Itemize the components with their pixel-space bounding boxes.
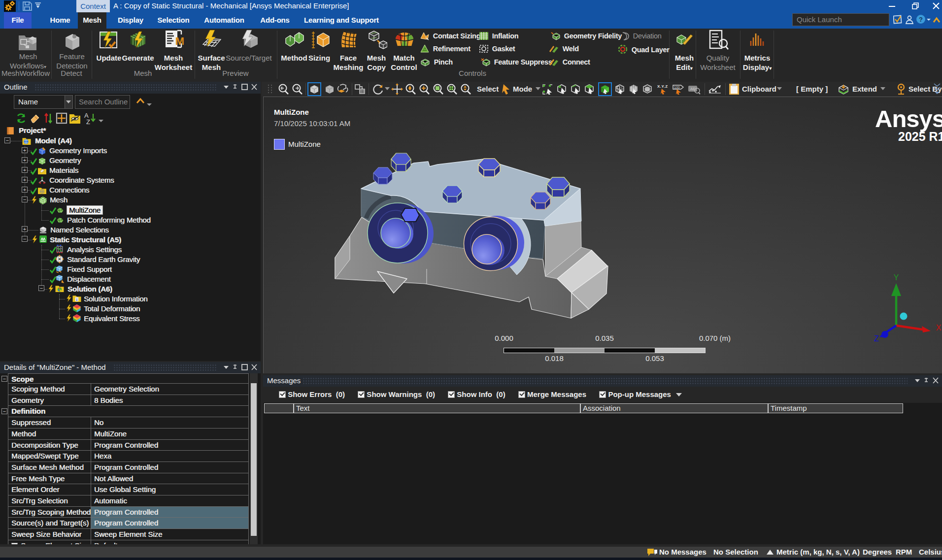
svg-text:?: ?: [919, 16, 923, 23]
svg-text:Z: Z: [86, 118, 90, 125]
svg-text:X: X: [936, 324, 942, 332]
svg-text:X.Y.Z: X.Y.Z: [657, 84, 668, 89]
svg-text:100: 100: [674, 86, 680, 89]
svg-text:Z: Z: [874, 334, 879, 343]
svg-text:M: M: [175, 35, 184, 47]
svg-text:Y: Y: [894, 274, 899, 282]
